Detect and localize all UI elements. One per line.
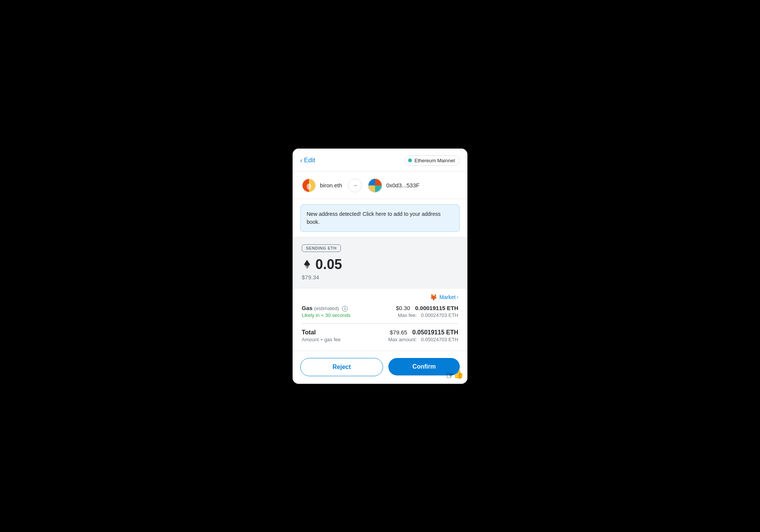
total-sub-label: Amount + gas fee — [302, 337, 340, 342]
gas-right: $0.30 0.00019115 ETH Max fee: 0.00024703… — [396, 305, 458, 318]
transaction-modal: ‹ Edit Ethereum Mainnet biron.eth — [293, 149, 467, 384]
back-arrow-icon: ‹ — [300, 157, 302, 165]
eth-icon — [302, 259, 312, 270]
back-label: Edit — [304, 157, 315, 164]
from-account-name: biron.eth — [320, 182, 342, 188]
network-badge[interactable]: Ethereum Mainnet — [405, 155, 460, 166]
total-left: Total Amount + gas fee — [302, 329, 340, 342]
transfer-row: biron.eth → 0x0d3...533F — [293, 171, 467, 199]
gas-usd: $0.30 — [396, 305, 410, 311]
sending-section: SENDING ETH 0.05 $79.34 — [293, 237, 467, 288]
max-amount-row: Max amount: 0.05024703 ETH — [388, 337, 458, 342]
network-label: Ethereum Mainnet — [415, 158, 455, 163]
max-fee-label: Max fee: — [398, 312, 417, 318]
total-row: Total Amount + gas fee $79.65 0.05019115… — [302, 329, 458, 342]
eth-amount-row: 0.05 — [302, 256, 458, 272]
confirm-button[interactable]: Confirm — [388, 358, 460, 375]
divider — [302, 323, 458, 324]
button-row: Reject Confirm 👍 ☞ — [293, 351, 467, 384]
gas-label: Gas — [302, 305, 312, 311]
reject-button[interactable]: Reject — [300, 358, 383, 376]
transfer-arrow: → — [348, 179, 362, 192]
max-fee-value: 0.00024703 ETH — [421, 312, 458, 318]
usd-amount: $79.34 — [302, 274, 458, 280]
fox-icon: 🦊 — [430, 294, 437, 301]
modal-header: ‹ Edit Ethereum Mainnet — [293, 149, 467, 171]
to-avatar — [368, 178, 382, 193]
from-avatar — [302, 178, 316, 193]
to-account-address: 0x0d3...533F — [386, 182, 420, 188]
market-link[interactable]: Market › — [439, 294, 458, 300]
back-button[interactable]: ‹ Edit — [300, 157, 315, 165]
confirm-wrapper: Confirm 👍 ☞ — [388, 358, 460, 376]
market-row: 🦊 Market › — [302, 294, 458, 301]
total-label: Total — [302, 329, 340, 336]
gas-row: Gas (estimated) i Likely in < 30 seconds… — [302, 305, 458, 318]
max-amount-value: 0.05024703 ETH — [421, 337, 458, 342]
svg-point-1 — [307, 184, 311, 190]
total-usd: $79.65 — [390, 329, 407, 336]
gas-estimated-label: (estimated) — [314, 306, 339, 311]
from-account: biron.eth — [302, 178, 342, 193]
max-amount-label: Max amount: — [388, 337, 417, 342]
gas-left: Gas (estimated) i Likely in < 30 seconds — [302, 305, 350, 318]
eth-amount: 0.05 — [315, 256, 342, 272]
new-address-banner[interactable]: New address detected! Click here to add … — [300, 204, 460, 232]
gas-info-icon[interactable]: i — [342, 306, 348, 312]
chevron-right-icon: › — [457, 294, 458, 300]
to-account: 0x0d3...533F — [368, 178, 420, 193]
max-fee-row: Max fee: 0.00024703 ETH — [396, 312, 458, 318]
gas-likely-label: Likely in < 30 seconds — [302, 312, 350, 318]
total-eth: 0.05019115 ETH — [412, 329, 458, 336]
market-label: Market — [439, 294, 456, 300]
address-banner-text: New address detected! Click here to add … — [307, 211, 441, 225]
fee-section: 🦊 Market › Gas (estimated) i Likely in <… — [293, 288, 467, 351]
sending-label: SENDING ETH — [302, 244, 341, 252]
network-status-dot — [408, 158, 412, 162]
gas-eth: 0.00019115 ETH — [415, 305, 458, 311]
total-right: $79.65 0.05019115 ETH Max amount: 0.0502… — [388, 329, 458, 342]
